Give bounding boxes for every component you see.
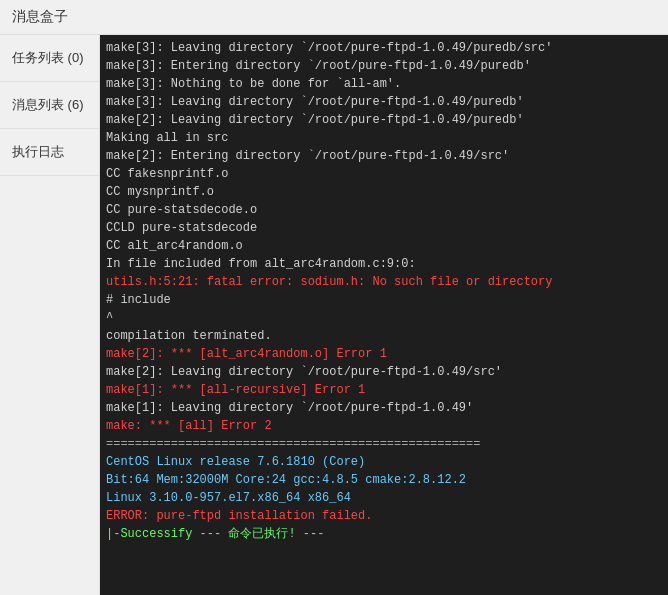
log-line: CC pure-statsdecode.o bbox=[106, 201, 662, 219]
log-line: ========================================… bbox=[106, 435, 662, 453]
sidebar-item-task-list[interactable]: 任务列表 (0) bbox=[0, 35, 99, 82]
log-line: make: *** [all] Error 2 bbox=[106, 417, 662, 435]
log-line: |-Successify --- 命令已执行! --- bbox=[106, 525, 662, 543]
log-line: ERROR: pure-ftpd installation failed. bbox=[106, 507, 662, 525]
sidebar-item-exec-log[interactable]: 执行日志 bbox=[0, 129, 99, 176]
log-line: make[2]: *** [alt_arc4random.o] Error 1 bbox=[106, 345, 662, 363]
log-line: make[3]: Leaving directory `/root/pure-f… bbox=[106, 93, 662, 111]
log-line: CentOS Linux release 7.6.1810 (Core) bbox=[106, 453, 662, 471]
log-line: In file included from alt_arc4random.c:9… bbox=[106, 255, 662, 273]
log-line: utils.h:5:21: fatal error: sodium.h: No … bbox=[106, 273, 662, 291]
log-line: make[1]: *** [all-recursive] Error 1 bbox=[106, 381, 662, 399]
log-panel[interactable]: make[3]: Leaving directory `/root/pure-f… bbox=[100, 35, 668, 595]
log-line: make[3]: Entering directory `/root/pure-… bbox=[106, 57, 662, 75]
main-content: 任务列表 (0)消息列表 (6)执行日志 make[3]: Leaving di… bbox=[0, 35, 668, 595]
log-line: make[2]: Entering directory `/root/pure-… bbox=[106, 147, 662, 165]
log-line: CCLD pure-statsdecode bbox=[106, 219, 662, 237]
log-line: ^ bbox=[106, 309, 662, 327]
log-line: make[2]: Leaving directory `/root/pure-f… bbox=[106, 363, 662, 381]
sidebar: 任务列表 (0)消息列表 (6)执行日志 bbox=[0, 35, 100, 595]
title-bar: 消息盒子 bbox=[0, 0, 668, 35]
log-line: CC fakesnprintf.o bbox=[106, 165, 662, 183]
app-container: 消息盒子 任务列表 (0)消息列表 (6)执行日志 make[3]: Leavi… bbox=[0, 0, 668, 595]
log-line: # include bbox=[106, 291, 662, 309]
log-line: make[3]: Nothing to be done for `all-am'… bbox=[106, 75, 662, 93]
log-line: make[3]: Leaving directory `/root/pure-f… bbox=[106, 39, 662, 57]
log-line: make[2]: Leaving directory `/root/pure-f… bbox=[106, 111, 662, 129]
log-line: Bit:64 Mem:32000M Core:24 gcc:4.8.5 cmak… bbox=[106, 471, 662, 489]
log-line: Linux 3.10.0-957.el7.x86_64 x86_64 bbox=[106, 489, 662, 507]
app-title: 消息盒子 bbox=[12, 8, 68, 24]
log-line: CC alt_arc4random.o bbox=[106, 237, 662, 255]
log-line: compilation terminated. bbox=[106, 327, 662, 345]
log-line: Making all in src bbox=[106, 129, 662, 147]
sidebar-item-message-list[interactable]: 消息列表 (6) bbox=[0, 82, 99, 129]
log-line: CC mysnprintf.o bbox=[106, 183, 662, 201]
log-line: make[1]: Leaving directory `/root/pure-f… bbox=[106, 399, 662, 417]
